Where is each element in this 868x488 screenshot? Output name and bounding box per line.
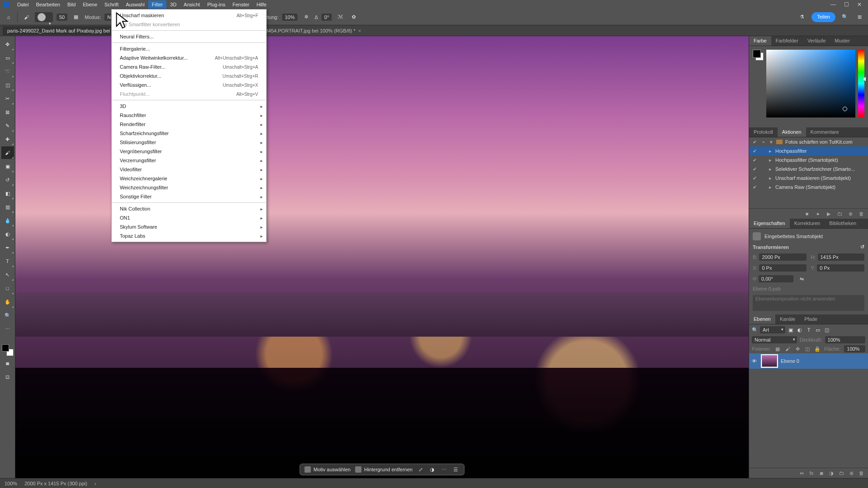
- eyedropper-plus-icon[interactable]: ⚗: [797, 12, 807, 22]
- x-value[interactable]: 0 Px: [759, 264, 806, 272]
- foreground-color-swatch[interactable]: [2, 344, 9, 352]
- tab-farbe[interactable]: Farbe: [749, 36, 771, 46]
- blend-mode-select[interactable]: Normal: [752, 336, 797, 343]
- select-subject-button[interactable]: Motiv auswählen: [305, 466, 351, 473]
- tab-bibliotheken[interactable]: Bibliotheken: [825, 219, 861, 228]
- filter-image-icon[interactable]: ▣: [787, 326, 794, 333]
- home-icon[interactable]: ⌂: [4, 12, 14, 22]
- height-value[interactable]: 1415 Px: [818, 253, 865, 261]
- menu-item[interactable]: Nik Collection: [112, 204, 266, 213]
- zoom-level[interactable]: 100%: [5, 481, 17, 486]
- disclosure-icon[interactable]: ▸: [769, 184, 773, 190]
- window-minimize-icon[interactable]: —: [830, 1, 836, 8]
- menu-item[interactable]: Adaptive Weitwinkelkorrektur...Alt+Umsch…: [112, 53, 266, 62]
- menu-hilfe[interactable]: Hilfe: [253, 0, 270, 9]
- delete-layer-icon[interactable]: 🗑: [858, 470, 864, 476]
- y-value[interactable]: 0 Px: [817, 264, 864, 272]
- lock-artboard-icon[interactable]: ◫: [804, 346, 811, 352]
- document-tab[interactable]: paris-2499022_David Mark auf Pixabay.jpg…: [3, 26, 124, 35]
- new-group-icon[interactable]: 🗀: [838, 470, 844, 476]
- action-set-row[interactable]: ✔ ▫ ▾ Fotos schärfen von TutKit.com: [749, 137, 868, 146]
- edit-toolbar-icon[interactable]: ⋯: [1, 323, 14, 335]
- new-layer-icon[interactable]: ⊕: [848, 470, 854, 476]
- lock-position-icon[interactable]: ✥: [794, 346, 801, 352]
- type-tool-icon[interactable]: T: [1, 255, 14, 267]
- action-row[interactable]: ✔ ▸ Hochpassfilter: [749, 146, 868, 155]
- eyedropper-tool-icon[interactable]: ✎: [1, 119, 14, 132]
- layer-mask-icon[interactable]: ◙: [818, 470, 825, 476]
- check-icon[interactable]: ✔: [752, 175, 757, 181]
- record-icon[interactable]: ●: [815, 211, 821, 217]
- zoom-tool-icon[interactable]: 🔍: [1, 309, 14, 322]
- menu-item[interactable]: Rauschfilter: [112, 111, 266, 120]
- action-row[interactable]: ✔ ▸ Camera Raw (Smartobjekt): [749, 183, 868, 192]
- menu-ebene[interactable]: Ebene: [79, 0, 101, 9]
- search-icon[interactable]: 🔍: [840, 12, 850, 22]
- menu-schrift[interactable]: Schrift: [101, 0, 122, 9]
- dialog-toggle-icon[interactable]: ▫: [760, 138, 767, 145]
- menu-item[interactable]: Neural Filters...: [112, 32, 266, 41]
- stop-icon[interactable]: ■: [804, 211, 810, 217]
- action-row[interactable]: ✔ ▸ Unscharf maskieren (Smartobjekt): [749, 174, 868, 183]
- check-icon[interactable]: ✔: [752, 139, 757, 145]
- width-value[interactable]: 2000 Px: [759, 253, 806, 261]
- menu-item[interactable]: ON1: [112, 213, 266, 222]
- menu-item[interactable]: Camera Raw-Filter...Umschalt+Strg+A: [112, 62, 266, 71]
- healing-brush-tool-icon[interactable]: ✚: [1, 133, 14, 145]
- layer-name[interactable]: Ebene 0: [781, 358, 799, 364]
- properties-icon[interactable]: ☰: [452, 466, 459, 473]
- menu-item[interactable]: Topaz Labs: [112, 231, 266, 240]
- disclosure-icon[interactable]: ▸: [769, 148, 773, 154]
- action-row[interactable]: ✔ ▸ Selektiver Scharfzeichner (Smarto...: [749, 164, 868, 174]
- gradient-tool-icon[interactable]: ▥: [1, 201, 14, 213]
- path-select-tool-icon[interactable]: ↖: [1, 268, 14, 281]
- color-swatch-stack[interactable]: [2, 344, 14, 356]
- tab-eigenschaften[interactable]: Eigenschaften: [749, 219, 790, 228]
- move-tool-icon[interactable]: ✥: [1, 38, 14, 51]
- fg-swatch[interactable]: [753, 50, 761, 58]
- filter-adjust-icon[interactable]: ◐: [796, 326, 803, 333]
- menu-plugins[interactable]: Plug-ins: [203, 0, 229, 9]
- flip-h-icon[interactable]: ⇋: [798, 275, 805, 282]
- lasso-tool-icon[interactable]: ➰: [1, 65, 14, 78]
- layer-row[interactable]: 👁 Ebene 0: [749, 353, 868, 369]
- layer-filter-select[interactable]: Art: [760, 326, 785, 333]
- blur-tool-icon[interactable]: 💧: [1, 214, 14, 227]
- menu-item[interactable]: Verflüssigen...Umschalt+Strg+X: [112, 80, 266, 89]
- menu-ansicht[interactable]: Ansicht: [180, 0, 203, 9]
- tab-pfade[interactable]: Pfade: [800, 314, 822, 324]
- brush-tool-icon[interactable]: 🖌: [1, 146, 14, 159]
- link-layers-icon[interactable]: ⇔: [798, 470, 805, 476]
- tool-preset-icon[interactable]: 🖌: [21, 12, 31, 22]
- fill-value[interactable]: 100%: [844, 345, 865, 352]
- visibility-icon[interactable]: 👁: [752, 358, 758, 364]
- brush-size-value[interactable]: 50: [57, 14, 67, 21]
- new-action-icon[interactable]: ⊕: [847, 211, 854, 217]
- dodge-tool-icon[interactable]: ◐: [1, 228, 14, 240]
- menu-item[interactable]: Weichzeichnergalerie: [112, 174, 266, 183]
- tab-ebenen[interactable]: Ebenen: [749, 314, 775, 324]
- clone-stamp-tool-icon[interactable]: ▣: [1, 160, 14, 173]
- layer-style-icon[interactable]: fx: [808, 470, 815, 476]
- tab-kanaele[interactable]: Kanäle: [775, 314, 800, 324]
- brush-settings-icon[interactable]: ▦: [71, 12, 81, 22]
- new-adjustment-icon[interactable]: ◑: [828, 470, 835, 476]
- menu-bearbeiten[interactable]: Bearbeiten: [33, 0, 64, 9]
- action-row[interactable]: ✔ ▸ Hochpassfilter (Smartobjekt): [749, 155, 868, 164]
- filter-smart-icon[interactable]: ◫: [823, 326, 830, 333]
- menu-item[interactable]: Renderfilter: [112, 120, 266, 129]
- menu-item[interactable]: Unscharf maskierenAlt+Strg+F: [112, 11, 266, 20]
- status-nav-icon[interactable]: ›: [94, 481, 96, 486]
- shape-tool-icon[interactable]: □: [1, 282, 14, 295]
- check-icon[interactable]: ✔: [752, 148, 757, 154]
- tab-korrekturen[interactable]: Korrekturen: [790, 219, 825, 228]
- delete-icon[interactable]: 🗑: [858, 211, 864, 217]
- menu-item[interactable]: Skylum Software: [112, 222, 266, 231]
- disclosure-icon[interactable]: ▸: [769, 166, 773, 172]
- check-icon[interactable]: ✔: [752, 184, 757, 190]
- menu-item[interactable]: Filtergalerie...: [112, 44, 266, 53]
- frame-tool-icon[interactable]: ⊠: [1, 106, 14, 118]
- menu-bild[interactable]: Bild: [64, 0, 79, 9]
- color-field[interactable]: [766, 50, 855, 117]
- menu-item[interactable]: Objektivkorrektur...Umschalt+Strg+R: [112, 71, 266, 80]
